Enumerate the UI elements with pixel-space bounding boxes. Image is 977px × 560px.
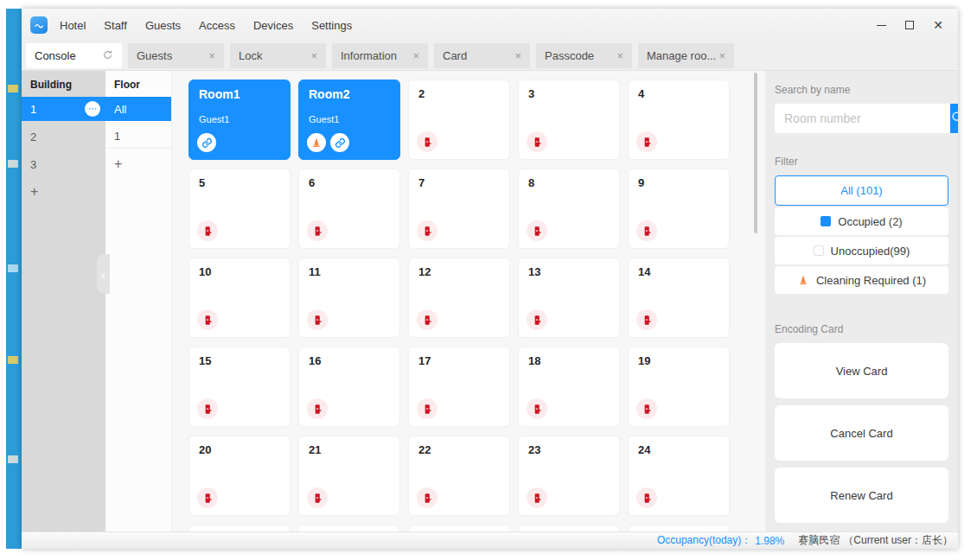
room-card-9[interactable]: 9 xyxy=(628,169,730,249)
room-card-clipped[interactable] xyxy=(628,525,730,531)
room-card-13[interactable]: 13 xyxy=(518,258,620,338)
search-input[interactable] xyxy=(775,104,950,133)
view-card-button[interactable]: View Card xyxy=(775,343,948,398)
room-card-24[interactable]: 24 xyxy=(628,436,730,516)
door-lock-icon xyxy=(197,309,218,330)
menu-bar: HotelStaffGuestsAccessDevicesSettings ✕ xyxy=(22,9,958,41)
building-item-1[interactable]: 1 xyxy=(22,97,105,121)
room-card-room1[interactable]: Room1Guest1 xyxy=(188,80,291,160)
menu-item-staff[interactable]: Staff xyxy=(104,19,127,32)
tab-label: Manage roo... xyxy=(647,49,716,62)
room-label: 6 xyxy=(309,176,390,189)
search-row xyxy=(775,104,948,133)
room-card-11[interactable]: 11 xyxy=(298,258,400,338)
room-card-10[interactable]: 10 xyxy=(188,258,291,338)
minimize-icon[interactable] xyxy=(873,17,889,33)
encoding-card-label: Encoding Card xyxy=(775,323,948,335)
tab-close-icon[interactable]: × xyxy=(208,49,215,62)
tab-lock[interactable]: Lock× xyxy=(230,43,326,68)
room-card-17[interactable]: 17 xyxy=(408,347,510,427)
room-card-clipped[interactable] xyxy=(408,525,510,531)
menu-item-devices[interactable]: Devices xyxy=(253,19,293,32)
tab-card[interactable]: Card× xyxy=(434,43,530,68)
door-lock-icon xyxy=(527,220,547,241)
tab-close-icon[interactable]: × xyxy=(718,49,725,62)
room-card-5[interactable]: 5 xyxy=(188,169,291,249)
vertical-scrollbar[interactable] xyxy=(754,73,757,233)
room-card-clipped[interactable] xyxy=(518,525,620,531)
door-lock-icon xyxy=(197,487,218,508)
lock-link-icon[interactable] xyxy=(197,133,216,152)
tab-close-icon[interactable]: × xyxy=(310,49,317,62)
room-card-18[interactable]: 18 xyxy=(518,347,620,427)
menu-item-access[interactable]: Access xyxy=(199,19,235,32)
filter-occupied[interactable]: Occupied (2) xyxy=(775,207,948,235)
menu-items: HotelStaffGuestsAccessDevicesSettings xyxy=(60,19,352,32)
floor-item-1[interactable]: 1 xyxy=(105,124,171,149)
cleaning-required-icon xyxy=(307,133,326,152)
room-card-20[interactable]: 20 xyxy=(188,436,291,516)
room-card-21[interactable]: 21 xyxy=(298,436,400,516)
add-floor-button[interactable]: + xyxy=(105,152,171,176)
room-card-room2[interactable]: Room2Guest1 xyxy=(298,80,400,160)
room-card-14[interactable]: 14 xyxy=(628,258,730,338)
maximize-icon[interactable] xyxy=(902,17,917,33)
room-card-23[interactable]: 23 xyxy=(518,436,620,516)
room-card-4[interactable]: 4 xyxy=(628,80,730,160)
menu-item-guests[interactable]: Guests xyxy=(145,19,181,32)
room-card-15[interactable]: 15 xyxy=(188,347,291,427)
encoding-card-section: Encoding Card View CardCancel CardRenew … xyxy=(775,323,948,523)
menu-item-hotel[interactable]: Hotel xyxy=(60,19,86,32)
room-card-19[interactable]: 19 xyxy=(628,347,730,427)
room-card-3[interactable]: 3 xyxy=(518,80,620,160)
building-item-label: 2 xyxy=(30,130,36,143)
door-lock-icon xyxy=(417,398,437,419)
tab-close-icon[interactable]: × xyxy=(616,49,623,62)
close-icon[interactable]: ✕ xyxy=(930,17,946,33)
tab-bar: ConsoleGuests×Lock×Information×Card×Pass… xyxy=(22,41,958,71)
room-card-6[interactable]: 6 xyxy=(298,169,400,249)
room-card-2[interactable]: 2 xyxy=(408,80,510,160)
building-item-menu-icon[interactable] xyxy=(85,101,100,117)
room-label: 2 xyxy=(418,87,500,100)
room-grid: Room1Guest1Room2Guest1234567891011121314… xyxy=(188,80,765,531)
app-logo-icon xyxy=(30,16,48,34)
tab-manage-roo-[interactable]: Manage roo...× xyxy=(638,43,734,68)
building-panel: Building 123+ xyxy=(22,71,105,531)
cancel-card-button[interactable]: Cancel Card xyxy=(775,405,948,461)
collapse-sidebar-handle[interactable]: ‹ xyxy=(97,254,110,294)
filter-cleaning[interactable]: Cleaning Required (1) xyxy=(775,266,948,294)
room-label: 12 xyxy=(418,265,500,278)
floor-item-all[interactable]: All xyxy=(105,97,171,121)
building-item-3[interactable]: 3 xyxy=(22,152,105,176)
floor-panel: Floor All1+ xyxy=(105,71,172,531)
building-items: 123+ xyxy=(22,97,105,204)
filter-all[interactable]: All (101) xyxy=(775,175,948,206)
add-building-button[interactable]: + xyxy=(22,180,105,204)
room-card-22[interactable]: 22 xyxy=(408,436,510,516)
tab-close-icon[interactable]: × xyxy=(514,49,521,62)
app-window: HotelStaffGuestsAccessDevicesSettings ✕ … xyxy=(22,9,958,549)
filter-unoccupied[interactable]: Unoccupied(99) xyxy=(775,237,948,264)
search-button[interactable] xyxy=(950,104,958,133)
tab-console[interactable]: Console xyxy=(26,43,122,68)
cleaning-icon xyxy=(797,274,809,286)
lock-link-icon[interactable] xyxy=(330,133,349,152)
room-card-clipped[interactable] xyxy=(188,525,291,531)
room-card-12[interactable]: 12 xyxy=(408,258,510,338)
room-card-clipped[interactable] xyxy=(298,525,400,531)
filter-label-text: Unoccupied(99) xyxy=(831,245,910,258)
tab-close-icon[interactable]: × xyxy=(412,49,419,62)
room-card-8[interactable]: 8 xyxy=(518,169,620,249)
tab-information[interactable]: Information× xyxy=(332,43,428,68)
refresh-icon[interactable] xyxy=(102,49,113,63)
building-item-2[interactable]: 2 xyxy=(22,124,105,149)
tab-guests[interactable]: Guests× xyxy=(128,43,224,68)
room-label: Room1 xyxy=(199,87,280,101)
room-card-16[interactable]: 16 xyxy=(298,347,400,427)
room-label: 11 xyxy=(309,265,390,278)
tab-passcode[interactable]: Passcode× xyxy=(536,43,632,68)
menu-item-settings[interactable]: Settings xyxy=(311,19,352,32)
renew-card-button[interactable]: Renew Card xyxy=(775,468,948,523)
room-card-7[interactable]: 7 xyxy=(408,169,510,249)
